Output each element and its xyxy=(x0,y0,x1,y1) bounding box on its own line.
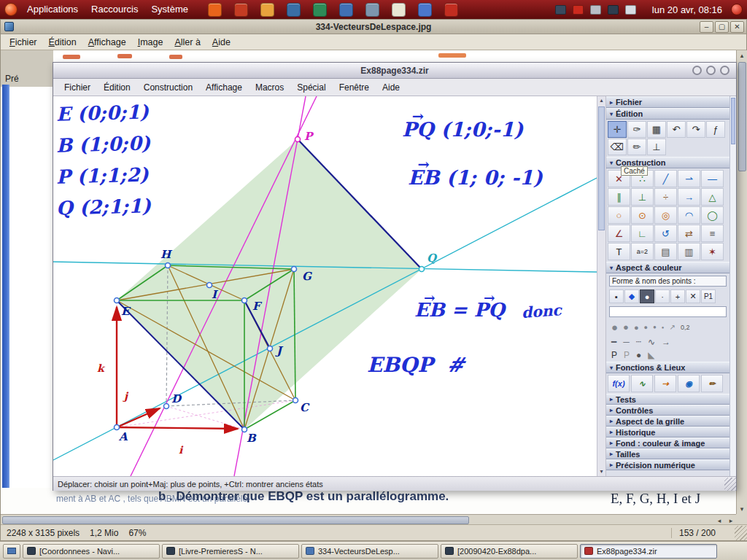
collapsed-section[interactable]: Tailles xyxy=(606,448,729,459)
midpoint-tool[interactable]: ÷ xyxy=(654,188,677,206)
display-icon[interactable] xyxy=(287,3,301,17)
style-tool[interactable]: ✑ xyxy=(627,121,646,138)
line-tool[interactable]: ╱ xyxy=(654,170,677,187)
section-edition[interactable]: Édition xyxy=(606,108,729,120)
curve-tool[interactable]: ∿ xyxy=(631,375,653,392)
text-tool[interactable]: T xyxy=(608,243,630,260)
dictionary-icon[interactable] xyxy=(313,3,327,17)
panel-menu[interactable]: Système xyxy=(144,0,195,19)
carmetal-menu-item[interactable]: Aide xyxy=(376,81,406,94)
scroll-down-icon[interactable]: ▾ xyxy=(597,467,605,476)
trace-tool[interactable]: ◉ xyxy=(678,375,700,392)
resize-grip[interactable] xyxy=(735,526,747,540)
label-style[interactable]: ◣ xyxy=(648,350,654,360)
canvas-scrollbar[interactable]: ▴ ▾ xyxy=(597,96,606,476)
viewer-menu-item[interactable]: Affichage xyxy=(82,36,132,49)
point-F[interactable] xyxy=(242,298,247,303)
task-button[interactable]: Ex88page334.zir xyxy=(580,544,717,559)
point-H[interactable] xyxy=(166,263,171,268)
ray-tool[interactable]: ⇀ xyxy=(678,170,700,187)
globe-icon[interactable] xyxy=(365,3,379,17)
panel-scroll-thumb[interactable] xyxy=(731,98,735,144)
package-icon[interactable] xyxy=(260,3,274,17)
section-fonctions[interactable]: Fonctions & Lieux xyxy=(606,362,729,373)
misc-tool[interactable]: ✶ xyxy=(701,243,724,260)
fixed-angle-tool[interactable]: ∟ xyxy=(631,225,654,242)
locus-tool[interactable]: ⇢ xyxy=(654,375,676,392)
segment-tool[interactable]: — xyxy=(701,170,724,187)
task-button[interactable]: [Coordonnees - Navi... xyxy=(23,544,160,559)
grid-style-tool[interactable]: ▥ xyxy=(678,243,700,260)
axes-tool[interactable]: ⊥ xyxy=(647,139,666,155)
close-button[interactable]: ✕ xyxy=(730,21,744,33)
canvas-scroll-thumb[interactable] xyxy=(598,106,605,230)
size-dot[interactable]: ● xyxy=(611,321,618,333)
mail-icon[interactable] xyxy=(234,3,248,17)
minimize-button[interactable] xyxy=(692,66,702,75)
vector-tool[interactable]: → xyxy=(678,188,700,206)
opacity-arrow-icon[interactable]: ↗ xyxy=(669,323,675,331)
point-G[interactable] xyxy=(292,267,297,272)
angle-tool[interactable]: ∠ xyxy=(608,225,630,242)
collapsed-section[interactable]: Historique xyxy=(606,427,729,438)
line-style[interactable]: ┄ xyxy=(636,337,641,347)
panel-menu[interactable]: Raccourcis xyxy=(85,0,144,19)
symmetry-tool[interactable]: ≡ xyxy=(701,225,724,242)
point-E[interactable] xyxy=(115,298,120,303)
size-dot[interactable]: ● xyxy=(653,324,657,330)
geometry-canvas[interactable]: A B C D E F G H I J P Q i j k E (0;0;1)B… xyxy=(53,96,597,476)
eraser-tool[interactable]: ⌫ xyxy=(608,139,627,155)
close-button[interactable] xyxy=(720,66,729,75)
clock[interactable]: lun 20 avr, 08:16 xyxy=(652,4,722,15)
size-dot[interactable]: ● xyxy=(662,325,665,330)
viewer-menu-item[interactable]: Aller à xyxy=(169,36,206,49)
chart-icon[interactable] xyxy=(339,3,353,17)
line-style[interactable]: ─ xyxy=(623,337,630,347)
terminal-icon[interactable] xyxy=(608,5,619,15)
carmetal-titlebar[interactable]: Ex88page334.zir xyxy=(53,63,736,79)
coords-notes[interactable]: E (0;0;1)B (1;0;0)P (1;1;2)Q (2;1;1) xyxy=(56,102,151,228)
point-style-dot[interactable]: ● xyxy=(640,289,654,303)
point-J[interactable] xyxy=(268,346,273,351)
carmetal-menu-item[interactable]: Fichier xyxy=(58,81,97,94)
point-A[interactable] xyxy=(115,425,120,430)
carmetal-menu-item[interactable]: Macros xyxy=(249,81,290,94)
point-style-cross[interactable]: ✕ xyxy=(686,289,700,303)
viewer-menu-item[interactable]: Fichier xyxy=(4,36,43,49)
rotation-tool[interactable]: ↺ xyxy=(654,225,677,242)
vertical-scroll-thumb[interactable] xyxy=(738,62,746,171)
label-style[interactable]: ● xyxy=(636,350,641,360)
minimize-button[interactable]: – xyxy=(700,21,713,33)
horizontal-scroll-thumb[interactable] xyxy=(2,516,469,524)
task-button[interactable]: [20090420-Ex88dpa... xyxy=(441,544,578,559)
viewer-titlebar[interactable]: 334-VecteursDeLespace.jpg –▢✕ xyxy=(1,20,746,34)
circle-radius-tool[interactable]: ⊙ xyxy=(631,206,654,224)
translation-tool[interactable]: ⇄ xyxy=(678,225,700,242)
point-C[interactable] xyxy=(293,398,298,403)
size-dot[interactable]: ● xyxy=(644,324,648,331)
note-vector-EB[interactable]: EB (1; 0; -1) xyxy=(408,166,543,189)
move-tool[interactable]: ✛ xyxy=(608,121,627,138)
size-dot[interactable]: ● xyxy=(634,323,639,332)
maximize-button[interactable]: ▢ xyxy=(715,21,729,33)
firefox-icon[interactable] xyxy=(208,3,222,17)
collapsed-section[interactable]: Tests xyxy=(606,394,729,405)
function-tool[interactable]: f(x) xyxy=(608,375,630,392)
point-style-plus[interactable]: + xyxy=(670,289,685,303)
coord-note[interactable]: Q (2;1;1) xyxy=(56,195,152,219)
line-style[interactable]: ━ xyxy=(611,337,616,347)
line-style[interactable]: → xyxy=(662,337,670,347)
show-desktop-icon[interactable] xyxy=(3,544,20,559)
polygon-tool[interactable]: △ xyxy=(701,188,724,206)
panel-menu[interactable]: Applications xyxy=(20,0,85,19)
volume-icon[interactable] xyxy=(625,5,636,15)
panel-scrollbar[interactable] xyxy=(729,96,736,476)
calendar-icon[interactable] xyxy=(418,3,432,17)
carmetal-menu-item[interactable]: Spécial xyxy=(290,81,332,94)
carmetal-menu-item[interactable]: Affichage xyxy=(199,81,249,94)
coord-note[interactable]: P (1;1;2) xyxy=(56,163,152,187)
point-D[interactable] xyxy=(164,404,169,409)
pen-tool[interactable]: ✏ xyxy=(701,375,723,392)
point-style-diamond[interactable]: ◆ xyxy=(624,289,639,303)
printer-icon[interactable] xyxy=(590,5,601,15)
